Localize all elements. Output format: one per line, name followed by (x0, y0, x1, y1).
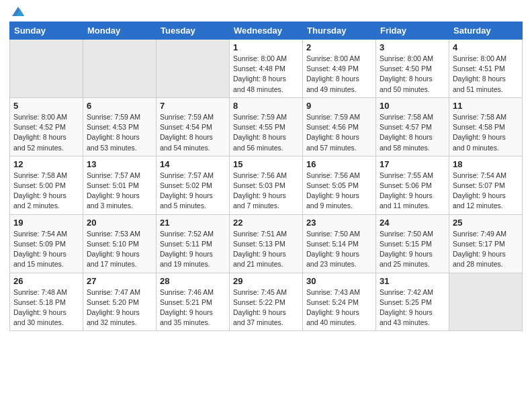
weekday-friday: Friday (376, 22, 449, 40)
day-info: Sunrise: 7:55 AMSunset: 5:06 PMDaylight:… (380, 171, 445, 212)
day-info: Sunrise: 7:52 AMSunset: 5:11 PMDaylight:… (160, 229, 226, 270)
calendar-cell: 22Sunrise: 7:51 AMSunset: 5:13 PMDayligh… (230, 214, 303, 273)
day-number: 4 (453, 42, 519, 52)
logo-icon (11, 4, 26, 19)
calendar-cell: 17Sunrise: 7:55 AMSunset: 5:06 PMDayligh… (376, 156, 449, 214)
day-number: 24 (380, 218, 445, 228)
day-info: Sunrise: 7:43 AMSunset: 5:24 PMDaylight:… (306, 287, 372, 328)
calendar-cell: 12Sunrise: 7:58 AMSunset: 5:00 PMDayligh… (10, 156, 83, 214)
calendar-cell: 6Sunrise: 7:59 AMSunset: 4:53 PMDaylight… (83, 97, 157, 156)
calendar-cell: 30Sunrise: 7:43 AMSunset: 5:24 PMDayligh… (303, 273, 376, 331)
day-number: 2 (306, 42, 372, 52)
day-number: 8 (233, 101, 299, 111)
weekday-tuesday: Tuesday (157, 22, 230, 40)
day-info: Sunrise: 7:58 AMSunset: 5:00 PMDaylight:… (13, 171, 79, 212)
day-info: Sunrise: 8:00 AMSunset: 4:49 PMDaylight:… (306, 54, 372, 95)
weekday-wednesday: Wednesday (230, 22, 303, 40)
weekday-thursday: Thursday (303, 22, 376, 40)
calendar-cell: 3Sunrise: 8:00 AMSunset: 4:50 PMDaylight… (376, 40, 449, 98)
calendar-cell: 28Sunrise: 7:46 AMSunset: 5:21 PMDayligh… (157, 273, 230, 331)
calendar-cell: 10Sunrise: 7:58 AMSunset: 4:57 PMDayligh… (376, 97, 449, 156)
day-number: 31 (380, 276, 445, 286)
day-info: Sunrise: 8:00 AMSunset: 4:52 PMDaylight:… (13, 112, 79, 153)
day-number: 7 (160, 101, 226, 111)
day-number: 14 (160, 159, 226, 169)
day-info: Sunrise: 7:51 AMSunset: 5:13 PMDaylight:… (233, 229, 299, 270)
calendar-cell: 21Sunrise: 7:52 AMSunset: 5:11 PMDayligh… (157, 214, 230, 273)
calendar-cell: 11Sunrise: 7:58 AMSunset: 4:58 PMDayligh… (449, 97, 523, 156)
day-info: Sunrise: 7:53 AMSunset: 5:10 PMDaylight:… (87, 229, 152, 270)
calendar-cell: 25Sunrise: 7:49 AMSunset: 5:17 PMDayligh… (449, 214, 523, 273)
calendar-cell: 29Sunrise: 7:45 AMSunset: 5:22 PMDayligh… (230, 273, 303, 331)
calendar-cell: 13Sunrise: 7:57 AMSunset: 5:01 PMDayligh… (83, 156, 157, 214)
day-number: 1 (233, 42, 299, 52)
day-number: 10 (380, 101, 445, 111)
day-number: 25 (453, 218, 519, 228)
day-info: Sunrise: 7:59 AMSunset: 4:55 PMDaylight:… (233, 112, 299, 153)
calendar-cell (449, 273, 523, 331)
day-info: Sunrise: 7:59 AMSunset: 4:54 PMDaylight:… (160, 112, 226, 153)
day-number: 15 (233, 159, 299, 169)
day-info: Sunrise: 8:00 AMSunset: 4:51 PMDaylight:… (453, 54, 519, 95)
calendar-cell: 18Sunrise: 7:54 AMSunset: 5:07 PMDayligh… (449, 156, 523, 214)
calendar-cell: 4Sunrise: 8:00 AMSunset: 4:51 PMDaylight… (449, 40, 523, 98)
day-info: Sunrise: 7:56 AMSunset: 5:05 PMDaylight:… (306, 171, 372, 212)
day-info: Sunrise: 7:54 AMSunset: 5:09 PMDaylight:… (13, 229, 79, 270)
day-info: Sunrise: 7:57 AMSunset: 5:01 PMDaylight:… (87, 171, 152, 212)
day-number: 19 (13, 218, 79, 228)
day-number: 6 (87, 101, 152, 111)
day-number: 5 (13, 101, 79, 111)
day-info: Sunrise: 7:58 AMSunset: 4:57 PMDaylight:… (380, 112, 445, 153)
weekday-monday: Monday (83, 22, 157, 40)
day-number: 13 (87, 159, 152, 169)
week-row-3: 12Sunrise: 7:58 AMSunset: 5:00 PMDayligh… (10, 156, 523, 214)
day-number: 11 (453, 101, 519, 111)
calendar-table: SundayMondayTuesdayWednesdayThursdayFrid… (9, 21, 523, 331)
day-info: Sunrise: 7:59 AMSunset: 4:56 PMDaylight:… (306, 112, 372, 153)
day-number: 28 (160, 276, 226, 286)
week-row-4: 19Sunrise: 7:54 AMSunset: 5:09 PMDayligh… (10, 214, 523, 273)
calendar-cell: 14Sunrise: 7:57 AMSunset: 5:02 PMDayligh… (157, 156, 230, 214)
logo (9, 9, 26, 16)
weekday-header-row: SundayMondayTuesdayWednesdayThursdayFrid… (10, 22, 523, 40)
week-row-5: 26Sunrise: 7:48 AMSunset: 5:18 PMDayligh… (10, 273, 523, 331)
day-info: Sunrise: 7:48 AMSunset: 5:18 PMDaylight:… (13, 287, 79, 328)
day-info: Sunrise: 8:00 AMSunset: 4:50 PMDaylight:… (380, 54, 445, 95)
calendar-cell: 1Sunrise: 8:00 AMSunset: 4:48 PMDaylight… (230, 40, 303, 98)
calendar-cell: 8Sunrise: 7:59 AMSunset: 4:55 PMDaylight… (230, 97, 303, 156)
calendar-cell (157, 40, 230, 98)
day-number: 3 (380, 42, 445, 52)
calendar-cell: 16Sunrise: 7:56 AMSunset: 5:05 PMDayligh… (303, 156, 376, 214)
day-info: Sunrise: 7:45 AMSunset: 5:22 PMDaylight:… (233, 287, 299, 328)
calendar-cell: 20Sunrise: 7:53 AMSunset: 5:10 PMDayligh… (83, 214, 157, 273)
day-info: Sunrise: 7:54 AMSunset: 5:07 PMDaylight:… (453, 171, 519, 212)
day-number: 29 (233, 276, 299, 286)
day-info: Sunrise: 7:59 AMSunset: 4:53 PMDaylight:… (87, 112, 152, 153)
day-number: 16 (306, 159, 372, 169)
day-number: 20 (87, 218, 152, 228)
day-number: 27 (87, 276, 152, 286)
day-number: 30 (306, 276, 372, 286)
calendar-cell (83, 40, 157, 98)
day-number: 26 (13, 276, 79, 286)
calendar-cell: 23Sunrise: 7:50 AMSunset: 5:14 PMDayligh… (303, 214, 376, 273)
day-info: Sunrise: 7:42 AMSunset: 5:25 PMDaylight:… (380, 287, 445, 328)
day-number: 18 (453, 159, 519, 169)
calendar-cell (10, 40, 83, 98)
calendar-cell: 27Sunrise: 7:47 AMSunset: 5:20 PMDayligh… (83, 273, 157, 331)
day-info: Sunrise: 7:46 AMSunset: 5:21 PMDaylight:… (160, 287, 226, 328)
day-number: 9 (306, 101, 372, 111)
calendar-cell: 24Sunrise: 7:50 AMSunset: 5:15 PMDayligh… (376, 214, 449, 273)
header (9, 7, 523, 16)
day-info: Sunrise: 7:57 AMSunset: 5:02 PMDaylight:… (160, 171, 226, 212)
calendar-cell: 2Sunrise: 8:00 AMSunset: 4:49 PMDaylight… (303, 40, 376, 98)
day-info: Sunrise: 8:00 AMSunset: 4:48 PMDaylight:… (233, 54, 299, 95)
day-info: Sunrise: 7:50 AMSunset: 5:15 PMDaylight:… (380, 229, 445, 270)
day-info: Sunrise: 7:58 AMSunset: 4:58 PMDaylight:… (453, 112, 519, 153)
calendar-cell: 19Sunrise: 7:54 AMSunset: 5:09 PMDayligh… (10, 214, 83, 273)
day-info: Sunrise: 7:49 AMSunset: 5:17 PMDaylight:… (453, 229, 519, 270)
day-info: Sunrise: 7:47 AMSunset: 5:20 PMDaylight:… (87, 287, 152, 328)
day-info: Sunrise: 7:56 AMSunset: 5:03 PMDaylight:… (233, 171, 299, 212)
calendar-cell: 26Sunrise: 7:48 AMSunset: 5:18 PMDayligh… (10, 273, 83, 331)
week-row-1: 1Sunrise: 8:00 AMSunset: 4:48 PMDaylight… (10, 40, 523, 98)
